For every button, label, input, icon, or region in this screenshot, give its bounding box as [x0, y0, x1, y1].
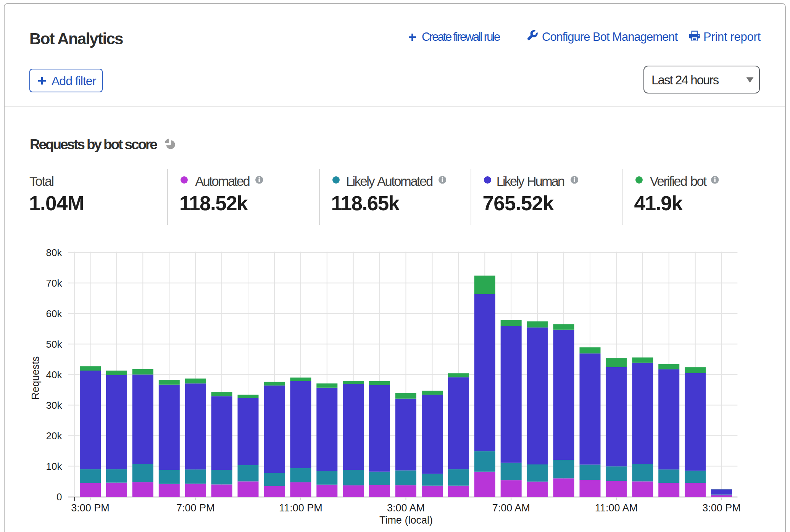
svg-text:10k: 10k: [46, 461, 63, 472]
svg-text:30k: 30k: [46, 400, 63, 411]
svg-text:7:00 AM: 7:00 AM: [492, 502, 530, 514]
svg-text:60k: 60k: [46, 308, 63, 319]
svg-text:0: 0: [56, 491, 62, 503]
svg-text:50k: 50k: [46, 339, 63, 350]
svg-text:Requests: Requests: [30, 356, 41, 400]
svg-text:40k: 40k: [46, 369, 63, 380]
svg-text:11:00 PM: 11:00 PM: [279, 502, 322, 514]
svg-text:80k: 80k: [46, 247, 63, 258]
svg-text:3:00 AM: 3:00 AM: [387, 502, 425, 514]
svg-text:70k: 70k: [46, 277, 63, 289]
svg-text:Time (local): Time (local): [379, 514, 433, 526]
svg-text:3:00 PM: 3:00 PM: [702, 502, 741, 514]
svg-text:3:00 PM: 3:00 PM: [71, 502, 110, 514]
svg-text:20k: 20k: [46, 430, 63, 442]
svg-text:11:00 AM: 11:00 AM: [595, 502, 638, 514]
svg-text:7:00 PM: 7:00 PM: [176, 502, 215, 514]
